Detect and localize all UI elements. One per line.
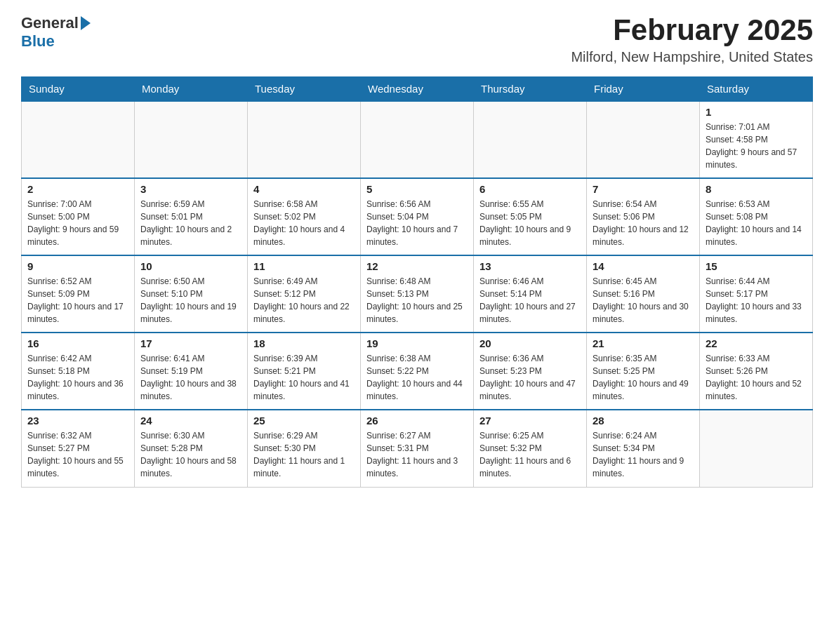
day-info: Sunrise: 6:32 AMSunset: 5:27 PMDaylight:… (27, 429, 128, 480)
page-subtitle: Milford, New Hampshire, United States (571, 49, 813, 65)
calendar-week-row: 2Sunrise: 7:00 AMSunset: 5:00 PMDaylight… (22, 178, 813, 255)
calendar-day-cell: 26Sunrise: 6:27 AMSunset: 5:31 PMDayligh… (361, 410, 474, 487)
calendar-day-cell: 27Sunrise: 6:25 AMSunset: 5:32 PMDayligh… (474, 410, 587, 487)
title-block: February 2025 Milford, New Hampshire, Un… (571, 14, 813, 65)
calendar-day-cell: 15Sunrise: 6:44 AMSunset: 5:17 PMDayligh… (700, 255, 813, 333)
calendar-day-cell: 7Sunrise: 6:54 AMSunset: 5:06 PMDaylight… (587, 178, 700, 255)
calendar-day-cell: 18Sunrise: 6:39 AMSunset: 5:21 PMDayligh… (248, 333, 361, 410)
day-number: 17 (140, 337, 241, 349)
calendar-day-cell: 22Sunrise: 6:33 AMSunset: 5:26 PMDayligh… (700, 333, 813, 410)
calendar-day-cell: 1Sunrise: 7:01 AMSunset: 4:58 PMDaylight… (700, 101, 813, 178)
calendar-week-row: 9Sunrise: 6:52 AMSunset: 5:09 PMDaylight… (22, 255, 813, 333)
day-number: 24 (140, 415, 241, 427)
calendar-day-cell: 19Sunrise: 6:38 AMSunset: 5:22 PMDayligh… (361, 333, 474, 410)
calendar-day-cell: 2Sunrise: 7:00 AMSunset: 5:00 PMDaylight… (22, 178, 135, 255)
calendar-day-cell: 16Sunrise: 6:42 AMSunset: 5:18 PMDayligh… (22, 333, 135, 410)
calendar-day-cell: 21Sunrise: 6:35 AMSunset: 5:25 PMDayligh… (587, 333, 700, 410)
day-number: 8 (706, 183, 807, 195)
day-info: Sunrise: 6:39 AMSunset: 5:21 PMDaylight:… (253, 352, 355, 403)
day-number: 23 (27, 415, 128, 427)
day-info: Sunrise: 6:25 AMSunset: 5:32 PMDaylight:… (479, 429, 581, 480)
day-number: 7 (593, 183, 694, 195)
day-number: 22 (706, 337, 807, 349)
day-info: Sunrise: 6:35 AMSunset: 5:25 PMDaylight:… (593, 352, 694, 403)
day-number: 19 (366, 337, 468, 349)
calendar-day-header: Friday (587, 77, 700, 102)
day-info: Sunrise: 6:53 AMSunset: 5:08 PMDaylight:… (706, 198, 807, 248)
day-number: 4 (253, 183, 355, 195)
calendar-day-header: Thursday (474, 77, 587, 102)
calendar-day-cell: 8Sunrise: 6:53 AMSunset: 5:08 PMDaylight… (700, 178, 813, 255)
calendar-day-cell: 28Sunrise: 6:24 AMSunset: 5:34 PMDayligh… (587, 410, 700, 487)
day-info: Sunrise: 6:36 AMSunset: 5:23 PMDaylight:… (479, 352, 581, 403)
day-info: Sunrise: 6:55 AMSunset: 5:05 PMDaylight:… (479, 198, 581, 248)
calendar-day-cell: 23Sunrise: 6:32 AMSunset: 5:27 PMDayligh… (22, 410, 135, 487)
calendar-day-header: Sunday (22, 77, 135, 102)
calendar-day-cell: 13Sunrise: 6:46 AMSunset: 5:14 PMDayligh… (474, 255, 587, 333)
day-info: Sunrise: 6:30 AMSunset: 5:28 PMDaylight:… (140, 429, 241, 480)
day-info: Sunrise: 6:29 AMSunset: 5:30 PMDaylight:… (253, 429, 355, 480)
calendar-day-cell: 20Sunrise: 6:36 AMSunset: 5:23 PMDayligh… (474, 333, 587, 410)
calendar-day-cell (587, 101, 700, 178)
day-number: 2 (27, 183, 128, 195)
day-number: 6 (479, 183, 581, 195)
day-number: 15 (706, 260, 807, 272)
calendar-week-row: 23Sunrise: 6:32 AMSunset: 5:27 PMDayligh… (22, 410, 813, 487)
calendar-day-cell: 4Sunrise: 6:58 AMSunset: 5:02 PMDaylight… (248, 178, 361, 255)
calendar-day-cell: 6Sunrise: 6:55 AMSunset: 5:05 PMDaylight… (474, 178, 587, 255)
day-info: Sunrise: 6:27 AMSunset: 5:31 PMDaylight:… (366, 429, 468, 480)
page-title: February 2025 (571, 14, 813, 46)
day-info: Sunrise: 6:49 AMSunset: 5:12 PMDaylight:… (253, 275, 355, 326)
calendar-day-cell: 25Sunrise: 6:29 AMSunset: 5:30 PMDayligh… (248, 410, 361, 487)
calendar-day-cell (248, 101, 361, 178)
logo: General Blue (21, 14, 92, 51)
day-number: 10 (140, 260, 241, 272)
day-number: 11 (253, 260, 355, 272)
page-header: General Blue February 2025 Milford, New … (21, 14, 813, 65)
calendar-week-row: 1Sunrise: 7:01 AMSunset: 4:58 PMDaylight… (22, 101, 813, 178)
calendar-day-cell (361, 101, 474, 178)
calendar-day-cell: 24Sunrise: 6:30 AMSunset: 5:28 PMDayligh… (135, 410, 248, 487)
calendar-header-row: SundayMondayTuesdayWednesdayThursdayFrid… (22, 77, 813, 102)
day-number: 3 (140, 183, 241, 195)
calendar-table: SundayMondayTuesdayWednesdayThursdayFrid… (21, 76, 813, 488)
calendar-day-header: Tuesday (248, 77, 361, 102)
calendar-day-cell (22, 101, 135, 178)
calendar-day-cell (135, 101, 248, 178)
day-number: 25 (253, 415, 355, 427)
calendar-day-cell: 9Sunrise: 6:52 AMSunset: 5:09 PMDaylight… (22, 255, 135, 333)
day-number: 14 (593, 260, 694, 272)
calendar-week-row: 16Sunrise: 6:42 AMSunset: 5:18 PMDayligh… (22, 333, 813, 410)
day-number: 1 (706, 106, 807, 118)
day-info: Sunrise: 6:41 AMSunset: 5:19 PMDaylight:… (140, 352, 241, 403)
day-info: Sunrise: 6:46 AMSunset: 5:14 PMDaylight:… (479, 275, 581, 326)
calendar-day-cell: 10Sunrise: 6:50 AMSunset: 5:10 PMDayligh… (135, 255, 248, 333)
calendar-day-cell: 17Sunrise: 6:41 AMSunset: 5:19 PMDayligh… (135, 333, 248, 410)
calendar-day-header: Wednesday (361, 77, 474, 102)
calendar-day-cell (474, 101, 587, 178)
day-info: Sunrise: 6:50 AMSunset: 5:10 PMDaylight:… (140, 275, 241, 326)
logo-blue-text: Blue (21, 32, 55, 51)
day-info: Sunrise: 7:01 AMSunset: 4:58 PMDaylight:… (706, 121, 807, 171)
calendar-day-cell: 3Sunrise: 6:59 AMSunset: 5:01 PMDaylight… (135, 178, 248, 255)
calendar-day-header: Saturday (700, 77, 813, 102)
calendar-day-header: Monday (135, 77, 248, 102)
day-number: 5 (366, 183, 468, 195)
day-info: Sunrise: 6:58 AMSunset: 5:02 PMDaylight:… (253, 198, 355, 248)
day-info: Sunrise: 6:52 AMSunset: 5:09 PMDaylight:… (27, 275, 128, 326)
logo-general-text: General (21, 14, 79, 32)
day-info: Sunrise: 6:45 AMSunset: 5:16 PMDaylight:… (593, 275, 694, 326)
day-info: Sunrise: 6:38 AMSunset: 5:22 PMDaylight:… (366, 352, 468, 403)
day-number: 9 (27, 260, 128, 272)
logo-arrow-icon (81, 16, 91, 30)
day-info: Sunrise: 6:59 AMSunset: 5:01 PMDaylight:… (140, 198, 241, 248)
day-number: 13 (479, 260, 581, 272)
day-number: 18 (253, 337, 355, 349)
calendar-day-cell (700, 410, 813, 487)
day-info: Sunrise: 6:42 AMSunset: 5:18 PMDaylight:… (27, 352, 128, 403)
day-info: Sunrise: 6:54 AMSunset: 5:06 PMDaylight:… (593, 198, 694, 248)
calendar-day-cell: 11Sunrise: 6:49 AMSunset: 5:12 PMDayligh… (248, 255, 361, 333)
day-info: Sunrise: 6:56 AMSunset: 5:04 PMDaylight:… (366, 198, 468, 248)
day-number: 28 (593, 415, 694, 427)
day-info: Sunrise: 6:48 AMSunset: 5:13 PMDaylight:… (366, 275, 468, 326)
